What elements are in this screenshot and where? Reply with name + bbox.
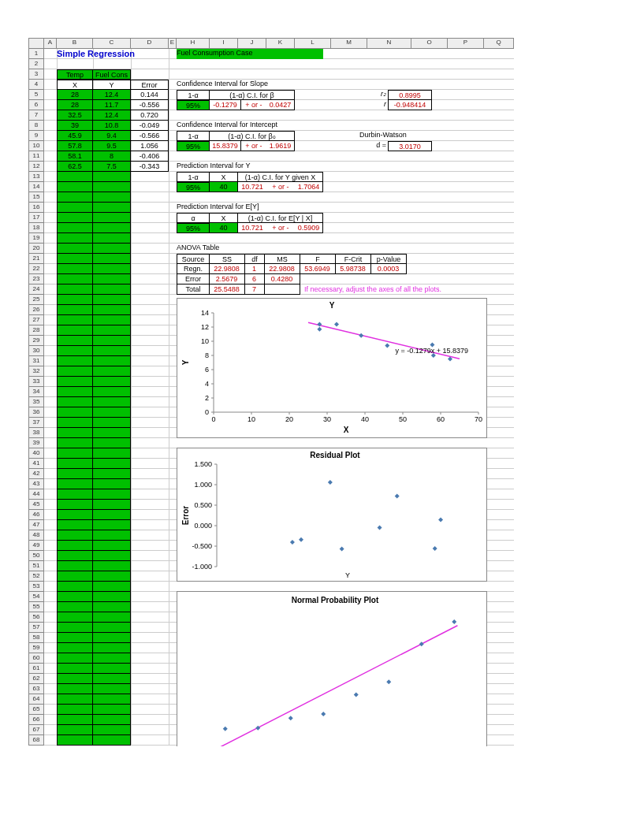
row-36[interactable]: 36 <box>28 407 44 418</box>
cells-area[interactable]: Simple Regression Fuel Consumption Case … <box>44 49 616 746</box>
page-title: Simple Regression <box>57 49 135 58</box>
row-52[interactable]: 52 <box>28 571 44 582</box>
ci-int-title: Confidence Interval for Intercept <box>177 121 277 128</box>
row-46[interactable]: 46 <box>28 510 44 520</box>
row-15[interactable]: 15 <box>28 192 44 203</box>
row-66[interactable]: 66 <box>28 715 44 725</box>
row-12[interactable]: 12 <box>28 162 44 172</box>
row-49[interactable]: 49 <box>28 541 44 551</box>
row-63[interactable]: 63 <box>28 684 44 694</box>
row-11[interactable]: 11 <box>28 151 44 162</box>
row-21[interactable]: 21 <box>28 254 44 264</box>
col-J[interactable]: J <box>238 38 266 49</box>
row-48[interactable]: 48 <box>28 530 44 541</box>
row-7[interactable]: 7 <box>28 110 44 121</box>
row-31[interactable]: 31 <box>28 356 44 366</box>
row-45[interactable]: 45 <box>28 500 44 510</box>
row-59[interactable]: 59 <box>28 643 44 653</box>
row-3[interactable]: 3 <box>28 69 44 80</box>
row-41[interactable]: 41 <box>28 459 44 469</box>
row-6[interactable]: 6 <box>28 100 44 110</box>
row-25[interactable]: 25 <box>28 295 44 305</box>
row-23[interactable]: 23 <box>28 274 44 284</box>
row-42[interactable]: 42 <box>28 469 44 479</box>
row-68[interactable]: 68 <box>28 735 44 746</box>
svg-text:10: 10 <box>201 337 209 345</box>
col-H[interactable]: H <box>177 38 210 49</box>
row-20[interactable]: 20 <box>28 244 44 254</box>
row-29[interactable]: 29 <box>28 336 44 346</box>
row-18[interactable]: 18 <box>28 223 44 233</box>
svg-text:14: 14 <box>201 309 209 317</box>
col-B[interactable]: B <box>57 38 93 49</box>
row-60[interactable]: 60 <box>28 653 44 664</box>
col-N[interactable]: N <box>367 38 411 49</box>
row-1[interactable]: 1 <box>28 49 44 59</box>
col-L[interactable]: L <box>295 38 331 49</box>
row-27[interactable]: 27 <box>28 315 44 325</box>
row-37[interactable]: 37 <box>28 418 44 428</box>
col-O[interactable]: O <box>411 38 448 49</box>
row-19[interactable]: 19 <box>28 233 44 244</box>
row-30[interactable]: 30 <box>28 346 44 356</box>
svg-text:0: 0 <box>211 415 215 423</box>
row-53[interactable]: 53 <box>28 582 44 592</box>
row-28[interactable]: 28 <box>28 325 44 336</box>
col-A[interactable]: A <box>44 38 57 49</box>
row-50[interactable]: 50 <box>28 551 44 561</box>
row-16[interactable]: 16 <box>28 203 44 213</box>
col-I[interactable]: I <box>210 38 238 49</box>
row-10[interactable]: 10 <box>28 141 44 151</box>
row-62[interactable]: 62 <box>28 674 44 684</box>
row-9[interactable]: 9 <box>28 131 44 141</box>
row-17[interactable]: 17 <box>28 213 44 223</box>
row-24[interactable]: 24 <box>28 284 44 295</box>
svg-text:Y: Y <box>329 301 335 310</box>
col-M[interactable]: M <box>331 38 367 49</box>
row-44[interactable]: 44 <box>28 489 44 500</box>
row-65[interactable]: 65 <box>28 705 44 715</box>
row-58[interactable]: 58 <box>28 633 44 643</box>
col-K[interactable]: K <box>266 38 295 49</box>
row-14[interactable]: 14 <box>28 182 44 192</box>
row-51[interactable]: 51 <box>28 561 44 571</box>
row-4[interactable]: 4 <box>28 80 44 90</box>
col-D[interactable]: D <box>131 38 169 49</box>
svg-text:y = -0.1279x + 15.8379: y = -0.1279x + 15.8379 <box>395 347 468 355</box>
row-43[interactable]: 43 <box>28 479 44 489</box>
row-57[interactable]: 57 <box>28 623 44 633</box>
chart-scatter-y[interactable]: Y01020304050607002468101214XYy = -0.1279… <box>177 298 487 438</box>
row-33[interactable]: 33 <box>28 377 44 387</box>
note: If necessary, adjust the axes of all the… <box>304 285 441 293</box>
row-39[interactable]: 39 <box>28 438 44 448</box>
row-61[interactable]: 61 <box>28 664 44 674</box>
row-56[interactable]: 56 <box>28 612 44 623</box>
case-label: Fuel Consumption Case <box>177 49 323 59</box>
col-C[interactable]: C <box>93 38 131 49</box>
col-P[interactable]: P <box>448 38 484 49</box>
row-13[interactable]: 13 <box>28 172 44 182</box>
row-35[interactable]: 35 <box>28 397 44 407</box>
svg-text:0.500: 0.500 <box>194 501 212 509</box>
row-2[interactable]: 2 <box>28 59 44 69</box>
row-26[interactable]: 26 <box>28 305 44 315</box>
row-5[interactable]: 5 <box>28 90 44 100</box>
row-54[interactable]: 54 <box>28 592 44 602</box>
row-22[interactable]: 22 <box>28 264 44 274</box>
row-32[interactable]: 32 <box>28 366 44 377</box>
row-67[interactable]: 67 <box>28 725 44 735</box>
row-64[interactable]: 64 <box>28 694 44 705</box>
col-Q[interactable]: Q <box>484 38 514 49</box>
col-E[interactable]: E <box>169 38 177 49</box>
chart-normal-prob[interactable]: Normal Probability Plot <box>177 591 487 746</box>
chart-residual[interactable]: Residual Plot1.5001.0000.5000.000-0.500-… <box>177 448 487 582</box>
row-55[interactable]: 55 <box>28 602 44 612</box>
row-40[interactable]: 40 <box>28 448 44 459</box>
row-47[interactable]: 47 <box>28 520 44 530</box>
row-34[interactable]: 34 <box>28 387 44 397</box>
row-headers: 1234567891011121314151617181920212223242… <box>28 49 44 746</box>
row-8[interactable]: 8 <box>28 121 44 131</box>
svg-text:70: 70 <box>475 415 482 423</box>
row-38[interactable]: 38 <box>28 428 44 438</box>
svg-text:Normal Probability Plot: Normal Probability Plot <box>292 596 379 604</box>
